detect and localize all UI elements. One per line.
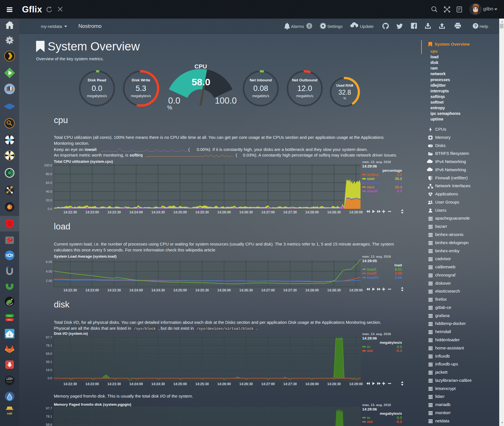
svg-text:sab: sab xyxy=(7,412,12,415)
svg-text:2: 2 xyxy=(308,24,310,28)
svg-text:librarian: librarian xyxy=(7,381,12,383)
svg-text:?: ? xyxy=(474,23,477,28)
svg-text:Offline: Offline xyxy=(7,319,12,321)
svg-text:Online: Online xyxy=(7,315,12,317)
